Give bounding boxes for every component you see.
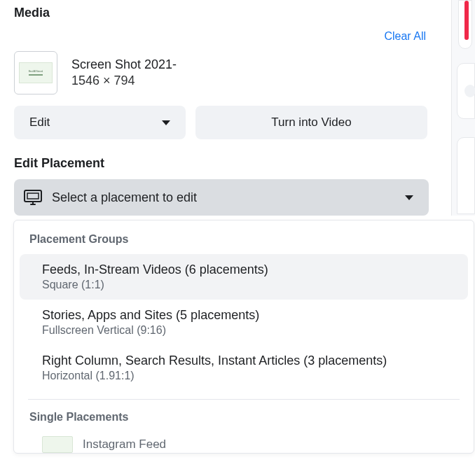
- placement-group-option[interactable]: Stories, Apps and Sites (5 placements) F…: [14, 300, 474, 345]
- divider: [28, 399, 460, 400]
- edit-button[interactable]: Edit: [14, 106, 186, 139]
- option-title: Right Column, Search Results, Instant Ar…: [42, 354, 460, 368]
- turn-into-video-button[interactable]: Turn into Video: [195, 106, 427, 139]
- right-side-card: [457, 137, 475, 214]
- media-filename: Screen Shot 2021-: [71, 57, 427, 72]
- device-icon: [24, 190, 42, 205]
- placement-dropdown: Placement Groups Feeds, In-Stream Videos…: [13, 220, 474, 454]
- placement-group-option[interactable]: Right Column, Search Results, Instant Ar…: [14, 345, 474, 391]
- media-dimensions: 1546 × 794: [71, 74, 427, 88]
- option-subtitle: Horizontal (1.91:1): [42, 370, 460, 382]
- option-title: Stories, Apps and Sites (5 placements): [42, 308, 460, 323]
- turn-into-video-label: Turn into Video: [271, 115, 351, 130]
- section-title: Media: [14, 6, 427, 20]
- placement-group-option[interactable]: Feeds, In-Stream Videos (6 placements) S…: [20, 254, 468, 300]
- edit-placement-heading: Edit Placement: [14, 156, 427, 171]
- placement-select[interactable]: Select a placement to edit: [14, 179, 429, 216]
- single-header: Single Placements: [14, 411, 474, 424]
- edit-button-label: Edit: [29, 115, 50, 130]
- single-placement-label: Instagram Feed: [83, 438, 166, 451]
- placement-thumbnail: [42, 436, 73, 453]
- chevron-down-icon: [162, 120, 170, 125]
- placement-select-label: Select a placement to edit: [52, 190, 395, 205]
- alert-indicator: [458, 0, 472, 49]
- option-subtitle: Square (1:1): [42, 279, 460, 291]
- media-thumbnail[interactable]: Best All Natural: [14, 51, 57, 94]
- option-subtitle: Fullscreen Vertical (9:16): [42, 324, 460, 337]
- thumbnail-preview: Best All Natural: [19, 62, 53, 83]
- media-item: Best All Natural Screen Shot 2021- 1546 …: [14, 51, 427, 94]
- group-header: Placement Groups: [14, 233, 474, 246]
- option-title: Feeds, In-Stream Videos (6 placements): [42, 262, 460, 277]
- svg-rect-1: [27, 193, 39, 199]
- chevron-down-icon: [405, 195, 413, 200]
- single-placement-option[interactable]: Instagram Feed: [14, 432, 474, 453]
- clear-all-link[interactable]: Clear All: [384, 30, 426, 42]
- right-side-card: [457, 63, 475, 119]
- media-panel: Media Clear All Best All Natural Screen …: [0, 0, 441, 454]
